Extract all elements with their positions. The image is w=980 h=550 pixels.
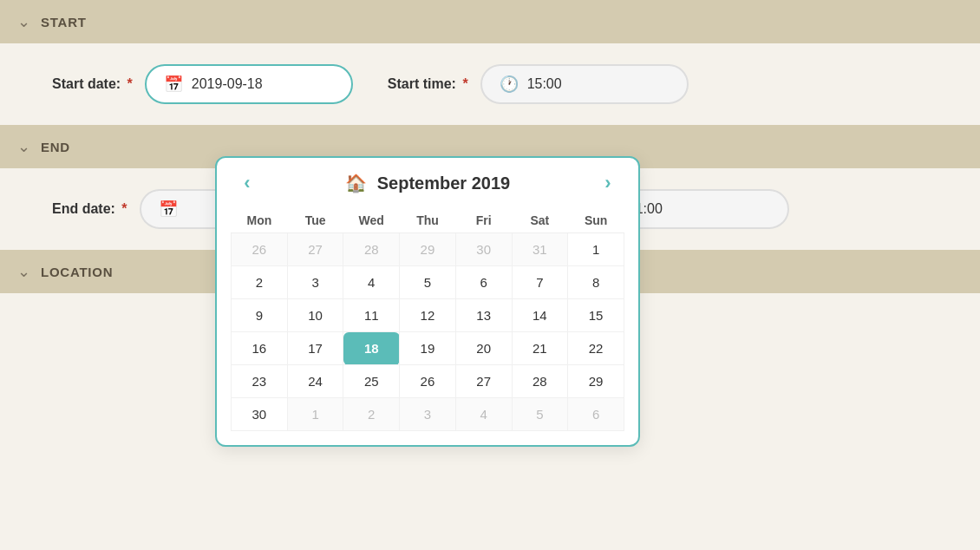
calendar-day-cell[interactable]: 2 — [232, 266, 288, 299]
calendar-day-cell[interactable]: 20 — [455, 332, 512, 365]
calendar-day-cell[interactable]: 21 — [512, 332, 568, 365]
calendar-day-cell[interactable]: 9 — [232, 299, 288, 332]
calendar-week-row: 30123456 — [232, 398, 624, 431]
start-date-label: Start date: * — [52, 76, 133, 92]
calendar-icon: 📅 — [164, 75, 183, 94]
start-time-required: * — [462, 76, 467, 91]
next-month-button[interactable]: › — [595, 172, 621, 194]
calendar-day-cell[interactable]: 27 — [287, 233, 343, 266]
calendar-week-row: 9101112131415 — [232, 299, 624, 332]
start-time-label: Start time: * — [388, 76, 468, 92]
calendar-day-cell[interactable]: 29 — [400, 233, 456, 266]
calendar-day-cell[interactable]: 26 — [400, 365, 456, 398]
calendar-day-cell[interactable]: 11 — [343, 299, 400, 332]
calendar-day-cell[interactable]: 30 — [455, 233, 512, 266]
calendar-day-cell[interactable]: 13 — [455, 299, 512, 332]
calendar-day-cell[interactable]: 8 — [568, 266, 624, 299]
calendar-day-cell[interactable]: 6 — [568, 398, 624, 431]
start-date-group: Start date: * 📅 2019-09-18 — [52, 64, 353, 104]
calendar-day-cell[interactable]: 3 — [287, 266, 343, 299]
calendar-day-cell[interactable]: 5 — [512, 398, 568, 431]
calendar-day-cell[interactable]: 10 — [287, 299, 343, 332]
start-form-row: Start date: * 📅 2019-09-18 Start time: *… — [52, 64, 928, 104]
calendar-day-cell[interactable]: 15 — [568, 299, 624, 332]
calendar-week-row: 16171819202122 — [232, 332, 624, 365]
end-date-required: * — [121, 201, 127, 216]
calendar-day-cell[interactable]: 28 — [512, 365, 568, 398]
start-date-value: 2019-09-18 — [192, 76, 263, 92]
start-time-input[interactable]: 🕐 15:00 — [480, 64, 689, 104]
calendar-day-cell[interactable]: 16 — [232, 332, 288, 365]
calendar-day-cell[interactable]: 2 — [343, 398, 400, 431]
end-chevron-icon[interactable]: ⌄ — [17, 137, 30, 156]
calendar-day-cell[interactable]: 14 — [512, 299, 568, 332]
calendar-header: ‹ 🏠 September 2019 › — [231, 172, 624, 194]
calendar-day-header: Mon — [232, 208, 288, 233]
calendar-days-header: MonTueWedThuFriSatSun — [232, 208, 624, 233]
calendar-day-cell[interactable]: 3 — [400, 398, 456, 431]
calendar-day-header: Wed — [343, 208, 400, 233]
calendar-day-header: Sun — [568, 208, 624, 233]
start-section-header[interactable]: ⌄ START — [0, 0, 980, 43]
calendar-day-cell[interactable]: 27 — [455, 365, 512, 398]
home-icon[interactable]: 🏠 — [345, 173, 367, 193]
end-calendar-icon: 📅 — [159, 200, 178, 219]
calendar-week-row: 2345678 — [232, 266, 624, 299]
calendar-day-cell[interactable]: 22 — [568, 332, 624, 365]
calendar-day-cell[interactable]: 17 — [287, 332, 343, 365]
location-label: LOCATION — [41, 265, 113, 279]
calendar-day-cell[interactable]: 4 — [343, 266, 400, 299]
calendar-day-cell[interactable]: 5 — [400, 266, 456, 299]
calendar-day-header: Thu — [400, 208, 456, 233]
start-time-group: Start time: * 🕐 15:00 — [388, 64, 689, 104]
calendar-day-cell[interactable]: 26 — [232, 233, 288, 266]
calendar-day-cell[interactable]: 23 — [232, 365, 288, 398]
calendar-day-cell[interactable]: 31 — [512, 233, 568, 266]
calendar-day-header: Fri — [455, 208, 512, 233]
calendar-day-cell[interactable]: 12 — [400, 299, 456, 332]
start-date-input[interactable]: 📅 2019-09-18 — [145, 64, 353, 104]
end-date-label: End date: * — [52, 201, 127, 217]
start-time-value: 15:00 — [527, 76, 562, 92]
start-date-required: * — [127, 76, 133, 91]
calendar-day-cell[interactable]: 30 — [232, 398, 288, 431]
calendar-day-cell[interactable]: 6 — [455, 266, 512, 299]
calendar-body: 2627282930311234567891011121314151617181… — [232, 233, 624, 431]
location-chevron-icon[interactable]: ⌄ — [17, 262, 30, 281]
clock-icon: 🕐 — [500, 75, 519, 94]
start-section-content: Start date: * 📅 2019-09-18 Start time: *… — [0, 43, 980, 125]
calendar-day-cell[interactable]: 19 — [400, 332, 456, 365]
calendar-day-cell[interactable]: 1 — [287, 398, 343, 431]
calendar-day-cell[interactable]: 1 — [568, 233, 624, 266]
calendar-title-group: 🏠 September 2019 — [345, 173, 510, 193]
start-label: START — [41, 15, 87, 29]
calendar-day-cell[interactable]: 7 — [512, 266, 568, 299]
calendar-day-cell[interactable]: 25 — [343, 365, 400, 398]
calendar-day-header: Tue — [287, 208, 343, 233]
calendar-day-cell[interactable]: 28 — [343, 233, 400, 266]
calendar-day-cell[interactable]: 18 — [343, 332, 400, 365]
calendar-day-cell[interactable]: 4 — [455, 398, 512, 431]
calendar-week-row: 2627282930311 — [232, 233, 624, 266]
end-label: END — [41, 140, 70, 154]
calendar-week-row: 23242526272829 — [232, 365, 624, 398]
calendar-grid: MonTueWedThuFriSatSun 262728293031123456… — [231, 208, 624, 431]
calendar-popup: ‹ 🏠 September 2019 › MonTueWedThuFriSatS… — [215, 156, 640, 447]
start-chevron-icon[interactable]: ⌄ — [17, 12, 30, 31]
calendar-month-year: September 2019 — [377, 174, 510, 193]
prev-month-button[interactable]: ‹ — [234, 172, 260, 194]
calendar-day-cell[interactable]: 29 — [568, 365, 624, 398]
calendar-day-header: Sat — [512, 208, 568, 233]
calendar-day-cell[interactable]: 24 — [287, 365, 343, 398]
